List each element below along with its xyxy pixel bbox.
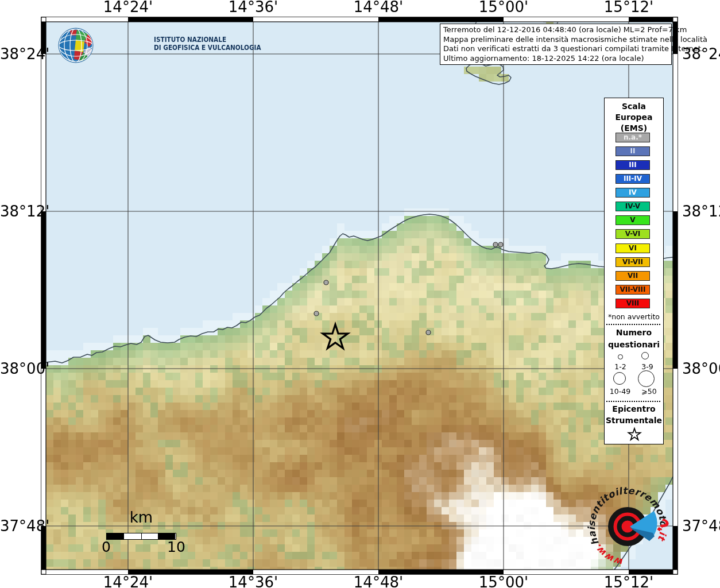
legend-divider <box>606 401 660 402</box>
axis-label-bottom-5: 15°12' <box>594 574 663 588</box>
questionnaire-size-icon-4 <box>638 370 655 387</box>
axis-label-right-2: 38°12' <box>682 203 720 220</box>
epicenter-legend-star-icon <box>625 427 644 443</box>
legend-panel: Scala Europea (EMS) n.a.* II III III-IV … <box>604 98 664 444</box>
intensity-chip-na: n.a.* <box>616 133 650 142</box>
axis-label-bottom-2: 14°36' <box>219 574 288 588</box>
questionnaire-size-label-3: 10-49 <box>606 387 634 396</box>
epicenter-title-line-1: Epicentro <box>605 404 663 413</box>
axis-label-left-1: 38°24' <box>0 45 38 63</box>
event-info-line-1: Terremoto del 12-12-2016 04:48:40 (ora l… <box>443 25 668 35</box>
axis-label-right-3: 38°00' <box>682 360 720 377</box>
axis-label-top-3: 14°48' <box>344 0 413 16</box>
intensity-chip-vii: VII <box>616 271 650 281</box>
questionnaire-size-label-4: ⩾50 <box>636 387 662 396</box>
intensity-chip-viii: VIII <box>616 299 650 308</box>
questionnaire-title-line-1: Numero <box>605 328 663 337</box>
scalebar-start-label: 0 <box>94 539 119 555</box>
axis-label-left-2: 38°12' <box>0 203 38 220</box>
intensity-chip-vi: VI <box>616 243 650 253</box>
questionnaire-size-label-1: 1-2 <box>607 362 633 371</box>
axis-label-left-3: 38°00' <box>0 360 38 377</box>
ingv-globe-icon <box>57 28 94 64</box>
axis-label-bottom-1: 14°24' <box>94 574 162 588</box>
questionnaire-size-icon-1 <box>618 354 623 359</box>
legend-title-line-3: (EMS) <box>605 123 663 133</box>
ingv-name-line-2: DI GEOFISICA E VULCANOLOGIA <box>154 43 261 52</box>
intensity-chip-iv: IV <box>616 188 650 198</box>
ingv-logo: ISTITUTO NAZIONALE DI GEOFISICA E VULCAN… <box>56 26 240 64</box>
legend-title-line-1: Scala <box>605 102 663 111</box>
intensity-chip-vi-vii: VI-VII <box>616 257 650 267</box>
intensity-chip-vii-viii: VII-VIII <box>616 285 650 295</box>
scalebar-unit-label: km <box>121 509 161 526</box>
axis-label-left-4: 37°48' <box>0 517 38 535</box>
intensity-chip-iii-iv: III-IV <box>616 174 650 184</box>
axis-label-top-5: 15°12' <box>594 0 663 16</box>
macroseismic-map-page: www.haisentitoilterremoto.it ? 14°24' 14… <box>0 0 720 588</box>
intensity-chip-v-vi: V-VI <box>616 229 650 239</box>
axis-label-bottom-4: 15°00' <box>469 574 538 588</box>
event-info-box: Terremoto del 12-12-2016 04:48:40 (ora l… <box>440 24 672 65</box>
legend-divider <box>606 324 660 325</box>
axis-label-top-2: 14°36' <box>219 0 288 16</box>
event-info-line-4: Ultimo aggiornamento: 18-12-2025 14:22 (… <box>443 54 668 64</box>
axis-label-top-4: 15°00' <box>469 0 538 16</box>
intensity-chip-iv-v: IV-V <box>616 202 650 211</box>
ingv-name-line-1: ISTITUTO NAZIONALE <box>154 35 226 44</box>
axis-label-top-1: 14°24' <box>94 0 162 16</box>
axis-label-right-4: 37°48' <box>682 517 720 535</box>
intensity-chip-v: V <box>616 215 650 225</box>
terrain-canvas <box>46 22 673 570</box>
legend-title-line-2: Europea <box>605 113 663 122</box>
questionnaire-size-icon-2 <box>641 352 649 359</box>
legend-footnote: *non avvertito <box>605 312 663 321</box>
questionnaire-title-line-2: questionari <box>605 340 663 349</box>
questionnaire-size-icon-3 <box>613 372 626 385</box>
intensity-chip-ii: II <box>616 146 650 156</box>
intensity-chip-iii: III <box>616 160 650 170</box>
event-info-line-2: Mappa preliminare delle intensità macros… <box>443 35 668 45</box>
questionnaire-size-label-2: 3-9 <box>634 362 660 371</box>
axis-label-bottom-3: 14°48' <box>344 574 413 588</box>
scalebar-end-label: 10 <box>164 539 189 555</box>
epicenter-title-line-2: Strumentale <box>605 416 663 425</box>
event-info-line-3: Dati non verificati estratti da 3 questi… <box>443 44 668 54</box>
